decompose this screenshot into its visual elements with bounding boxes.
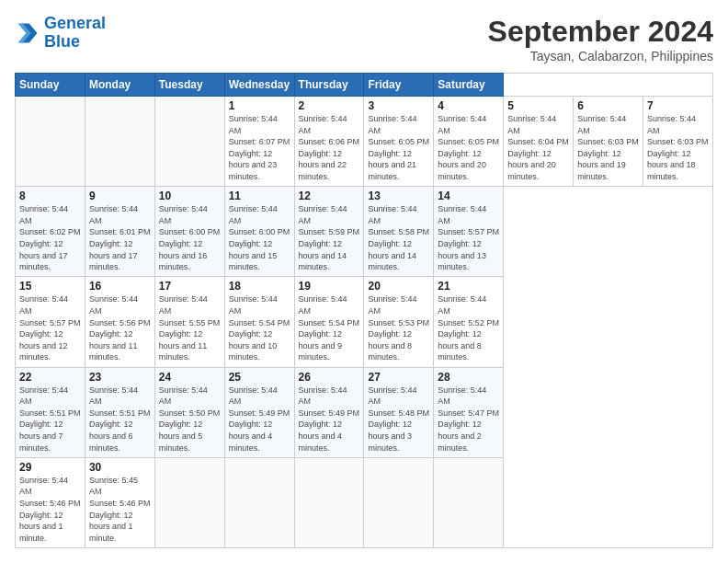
day-number: 9: [89, 190, 151, 202]
calendar-week: 8Sunrise: 5:44 AMSunset: 6:02 PMDaylight…: [16, 187, 713, 277]
calendar-cell: 23Sunrise: 5:44 AMSunset: 5:51 PMDayligh…: [85, 367, 154, 457]
day-info: Sunrise: 5:44 AMSunset: 5:49 PMDaylight:…: [229, 385, 290, 454]
calendar-cell: 21Sunrise: 5:44 AMSunset: 5:52 PMDayligh…: [434, 277, 504, 367]
day-info: Sunrise: 5:44 AMSunset: 6:01 PMDaylight:…: [89, 203, 151, 273]
main-title: September 2024: [488, 15, 713, 49]
calendar-cell: [16, 97, 85, 187]
calendar-cell: 12Sunrise: 5:44 AMSunset: 5:59 PMDayligh…: [294, 187, 364, 277]
calendar-cell: [154, 97, 224, 187]
calendar-cell: [224, 457, 294, 547]
day-info: Sunrise: 5:44 AMSunset: 5:52 PMDaylight:…: [438, 293, 499, 363]
logo-text: General Blue: [44, 15, 106, 52]
calendar-cell: 2Sunrise: 5:44 AMSunset: 6:06 PMDaylight…: [294, 97, 364, 187]
day-number: 19: [299, 280, 360, 293]
day-info: Sunrise: 5:44 AMSunset: 5:53 PMDaylight:…: [368, 293, 429, 363]
calendar-week: 15Sunrise: 5:44 AMSunset: 5:57 PMDayligh…: [16, 277, 713, 367]
day-info: Sunrise: 5:44 AMSunset: 5:58 PMDaylight:…: [368, 203, 429, 273]
day-number: 13: [368, 190, 429, 202]
calendar-cell: 6Sunrise: 5:44 AMSunset: 6:03 PMDaylight…: [574, 97, 643, 187]
day-info: Sunrise: 5:44 AMSunset: 5:51 PMDaylight:…: [89, 385, 151, 454]
calendar-cell: 17Sunrise: 5:44 AMSunset: 5:55 PMDayligh…: [154, 277, 224, 367]
day-info: Sunrise: 5:44 AMSunset: 5:57 PMDaylight:…: [438, 203, 499, 273]
day-number: 28: [438, 371, 499, 384]
day-number: 8: [19, 190, 81, 202]
calendar-week: 1Sunrise: 5:44 AMSunset: 6:07 PMDaylight…: [16, 97, 713, 187]
day-number: 15: [19, 280, 81, 293]
day-number: 6: [577, 99, 639, 112]
calendar-cell: 19Sunrise: 5:44 AMSunset: 5:54 PMDayligh…: [294, 277, 364, 367]
calendar-cell: 8Sunrise: 5:44 AMSunset: 6:02 PMDaylight…: [16, 187, 85, 277]
day-number: 11: [229, 190, 290, 202]
calendar-cell: 10Sunrise: 5:44 AMSunset: 6:00 PMDayligh…: [154, 187, 224, 277]
calendar-cell: 14Sunrise: 5:44 AMSunset: 5:57 PMDayligh…: [434, 187, 504, 277]
weekday-header: Thursday: [294, 74, 364, 97]
day-info: Sunrise: 5:44 AMSunset: 6:00 PMDaylight:…: [229, 203, 290, 273]
calendar-week: 22Sunrise: 5:44 AMSunset: 5:51 PMDayligh…: [16, 367, 713, 457]
day-number: 17: [159, 280, 221, 293]
day-info: Sunrise: 5:44 AMSunset: 5:47 PMDaylight:…: [438, 385, 499, 454]
calendar-cell: [364, 457, 434, 547]
calendar-cell: 16Sunrise: 5:44 AMSunset: 5:56 PMDayligh…: [85, 277, 154, 367]
day-info: Sunrise: 5:44 AMSunset: 5:48 PMDaylight:…: [368, 385, 429, 454]
day-info: Sunrise: 5:44 AMSunset: 5:54 PMDaylight:…: [229, 293, 290, 363]
calendar-cell: 13Sunrise: 5:44 AMSunset: 5:58 PMDayligh…: [364, 187, 434, 277]
day-info: Sunrise: 5:44 AMSunset: 6:03 PMDaylight:…: [577, 113, 639, 183]
day-number: 30: [89, 461, 151, 474]
day-info: Sunrise: 5:44 AMSunset: 5:49 PMDaylight:…: [299, 385, 360, 454]
calendar-table: SundayMondayTuesdayWednesdayThursdayFrid…: [15, 73, 713, 548]
weekday-header: Monday: [85, 74, 154, 97]
calendar-cell: 15Sunrise: 5:44 AMSunset: 5:57 PMDayligh…: [16, 277, 85, 367]
day-number: 1: [229, 99, 290, 112]
day-number: 12: [299, 190, 360, 202]
calendar-cell: 7Sunrise: 5:44 AMSunset: 6:03 PMDaylight…: [643, 97, 713, 187]
day-number: 5: [507, 99, 569, 112]
calendar-cell: 27Sunrise: 5:44 AMSunset: 5:48 PMDayligh…: [364, 367, 434, 457]
calendar-cell: 1Sunrise: 5:44 AMSunset: 6:07 PMDaylight…: [224, 97, 294, 187]
calendar-cell: [434, 457, 504, 547]
logo-line1: General: [44, 14, 106, 32]
calendar-week: 29Sunrise: 5:44 AMSunset: 5:46 PMDayligh…: [16, 457, 713, 547]
day-number: 23: [89, 371, 151, 384]
logo-line2: Blue: [44, 32, 80, 51]
day-info: Sunrise: 5:44 AMSunset: 5:59 PMDaylight:…: [299, 203, 360, 273]
day-info: Sunrise: 5:44 AMSunset: 6:05 PMDaylight:…: [368, 113, 429, 183]
calendar-cell: 3Sunrise: 5:44 AMSunset: 6:05 PMDaylight…: [364, 97, 434, 187]
weekday-header: Tuesday: [154, 74, 224, 97]
weekday-header: Saturday: [434, 74, 504, 97]
calendar-cell: 24Sunrise: 5:44 AMSunset: 5:50 PMDayligh…: [154, 367, 224, 457]
day-number: 22: [19, 371, 81, 384]
day-info: Sunrise: 5:45 AMSunset: 5:46 PMDaylight:…: [89, 475, 151, 545]
day-number: 21: [438, 280, 499, 293]
title-block: September 2024 Taysan, Calabarzon, Phili…: [488, 15, 713, 63]
day-number: 24: [159, 371, 221, 384]
header: General Blue September 2024 Taysan, Cala…: [15, 15, 713, 63]
day-info: Sunrise: 5:44 AMSunset: 6:04 PMDaylight:…: [507, 113, 569, 183]
day-number: 27: [368, 371, 429, 384]
weekday-header: Sunday: [16, 74, 85, 97]
day-number: 10: [159, 190, 221, 202]
day-info: Sunrise: 5:44 AMSunset: 5:46 PMDaylight:…: [19, 475, 81, 545]
day-number: 4: [438, 99, 499, 112]
calendar-cell: 5Sunrise: 5:44 AMSunset: 6:04 PMDaylight…: [504, 97, 574, 187]
calendar-cell: 26Sunrise: 5:44 AMSunset: 5:49 PMDayligh…: [294, 367, 364, 457]
day-info: Sunrise: 5:44 AMSunset: 6:03 PMDaylight:…: [647, 113, 709, 183]
subtitle: Taysan, Calabarzon, Philippines: [488, 49, 713, 63]
day-number: 18: [229, 280, 290, 293]
day-info: Sunrise: 5:44 AMSunset: 6:05 PMDaylight:…: [438, 113, 499, 183]
day-number: 26: [299, 371, 360, 384]
calendar-cell: 4Sunrise: 5:44 AMSunset: 6:05 PMDaylight…: [434, 97, 504, 187]
calendar-cell: 20Sunrise: 5:44 AMSunset: 5:53 PMDayligh…: [364, 277, 434, 367]
day-info: Sunrise: 5:44 AMSunset: 6:07 PMDaylight:…: [229, 113, 290, 183]
calendar-cell: [154, 457, 224, 547]
day-info: Sunrise: 5:44 AMSunset: 6:06 PMDaylight:…: [299, 113, 360, 183]
weekday-header: Wednesday: [224, 74, 294, 97]
day-number: 7: [647, 99, 709, 112]
calendar-cell: 29Sunrise: 5:44 AMSunset: 5:46 PMDayligh…: [16, 457, 85, 547]
day-number: 16: [89, 280, 151, 293]
calendar-cell: 30Sunrise: 5:45 AMSunset: 5:46 PMDayligh…: [85, 457, 154, 547]
day-number: 3: [368, 99, 429, 112]
day-number: 2: [299, 99, 360, 112]
day-info: Sunrise: 5:44 AMSunset: 5:54 PMDaylight:…: [299, 293, 360, 363]
calendar-cell: 9Sunrise: 5:44 AMSunset: 6:01 PMDaylight…: [85, 187, 154, 277]
calendar-cell: 22Sunrise: 5:44 AMSunset: 5:51 PMDayligh…: [16, 367, 85, 457]
